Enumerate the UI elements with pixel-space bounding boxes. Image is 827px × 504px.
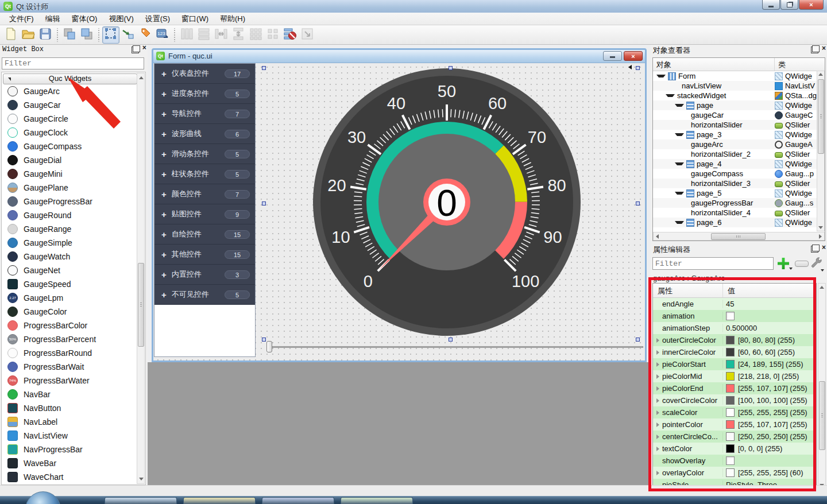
property-row-endAngle[interactable]: endAngle45 [653,298,816,310]
widget-item-progressbarwait[interactable]: ProgressBarWait [3,360,136,374]
nav-item-2[interactable]: +进度条控件5 [154,84,255,104]
expander-icon[interactable] [656,398,659,403]
widget-item-gaugesimple[interactable]: GaugeSimple [3,236,136,250]
minimize-button[interactable] [762,0,780,10]
tree-row-navListView[interactable]: navListViewNavListV [653,81,817,91]
expander-icon[interactable] [656,447,659,451]
property-row-outerCircleColor[interactable]: outerCircleColor[80, 80, 80] (255) [653,334,816,346]
buddy-editor-button[interactable] [137,26,154,44]
menu-item-4[interactable]: 视图(V) [103,13,139,25]
save-form-button[interactable] [37,26,54,44]
selection-handle[interactable] [636,201,640,206]
tree-row-gaugeCompass[interactable]: gaugeCompassGaug...p [653,169,817,179]
scrollbar-thumb[interactable] [818,79,824,154]
raise-widget-button[interactable] [61,26,78,44]
task-button-2[interactable] [183,497,256,504]
layout-grid-button[interactable] [247,26,264,44]
tree-row-page[interactable]: pageQWidge [653,100,817,110]
widget-item-gaugeprogressbar[interactable]: GaugeProgressBar [3,195,136,208]
menu-item-2[interactable]: 编辑 [40,13,66,25]
property-row-showOverlay[interactable]: showOverlay [653,455,816,467]
float-icon[interactable] [812,45,820,52]
tree-row-horizontalSlider_4[interactable]: horizontalSlider_4QSlider [653,208,817,218]
widget-item-navlabel[interactable]: NavLabel [3,415,136,429]
widget-item-gaugeplane[interactable]: GaugePlane [3,181,136,195]
selection-handle[interactable] [636,338,640,342]
tree-row-horizontalSlider_3[interactable]: horizontalSlider_3QSlider [653,179,817,188]
property-row-pointerColor[interactable]: pointerColor[255, 107, 107] (255) [653,418,816,431]
signals-slots-button[interactable] [119,26,137,44]
object-tree-vscrollbar[interactable] [817,71,825,231]
expander-icon[interactable] [675,192,684,195]
tree-row-gaugeProgressBar[interactable]: gaugeProgressBarGaug...s [653,198,817,208]
expander-icon[interactable] [656,422,659,427]
edit-widgets-button[interactable] [102,26,119,44]
property-row-textColor[interactable]: textColor[0, 0, 0] (255) [653,443,816,455]
splitter-horizontal-button[interactable] [212,26,230,44]
splitter-vertical-button[interactable] [230,26,247,44]
nav-item-11[interactable]: +内置控件3 [154,265,255,285]
nav-item-5[interactable]: +滑动条控件5 [154,144,255,164]
widget-item-gaugenet[interactable]: GaugeNet [3,263,136,277]
widget-item-gaugecar[interactable]: GaugeCar [3,98,136,112]
widget-item-progressbarwater[interactable]: 74%ProgressBarWater [3,374,136,387]
property-row-animation[interactable]: animation [653,310,816,322]
expander-icon[interactable] [656,338,659,343]
tab-order-button[interactable]: 123 [154,26,171,44]
widget-item-wavebar[interactable]: WaveBar [3,456,136,470]
horizontal-slider-groove[interactable] [268,346,643,348]
open-form-button[interactable] [20,26,37,44]
widget-item-gaugeround[interactable]: GaugeRound [3,208,136,222]
property-row-pieColorMid[interactable]: pieColorMid[218, 218, 0] (255) [653,370,816,382]
expander-icon[interactable] [675,133,684,136]
tree-row-page_3[interactable]: page_3QWidge [653,130,817,139]
horizontal-slider-handle[interactable] [266,341,272,352]
quc-widgets-header[interactable]: Quc Widgets [3,73,137,84]
tree-row-gaugeArc[interactable]: gaugeArcGaugeA [653,139,817,149]
widget-item-gaugeclock[interactable]: GaugeClock [3,126,136,139]
selection-handle[interactable] [449,338,453,342]
tree-row-horizontalSlider_2[interactable]: horizontalSlider_2QSlider [653,149,817,159]
object-tree-hscrollbar[interactable] [653,232,825,241]
widget-item-wavechart[interactable]: WaveChart [3,470,136,484]
property-row-overlayColor[interactable]: overlayColor[255, 255, 255] (60) [653,467,816,479]
widget-item-gaugecolor[interactable]: GaugeColor [3,305,136,319]
nav-item-8[interactable]: +贴图控件9 [154,204,255,224]
nav-item-7[interactable]: +颜色控件7 [154,184,255,204]
widget-item-gaugelpm[interactable]: 2.27GaugeLpm [3,291,136,305]
layout-vertical-button[interactable] [195,26,212,44]
column-object[interactable]: 对象 [653,58,775,71]
nav-item-1[interactable]: +仪表盘控件17 [154,64,255,84]
expander-icon[interactable] [656,471,659,475]
widget-item-progressbarcolor[interactable]: ProgressBarColor [3,319,136,332]
add-property-button[interactable] [776,256,793,271]
widget-item-gaugecompass[interactable]: GaugeCompass [3,139,136,153]
scrollbar-thumb[interactable] [819,381,825,450]
menu-item-7[interactable]: 帮助(H) [214,13,251,25]
selection-handle[interactable] [262,66,266,70]
layout-horizontal-button[interactable] [178,26,195,44]
column-value[interactable]: 值 [723,284,816,297]
widget-item-progressbarround[interactable]: ProgressBarRound [3,346,136,360]
property-row-centerCircleCo[interactable]: centerCircleCo...[250, 250, 250] (255) [653,431,816,443]
expander-icon[interactable] [656,410,659,415]
lower-widget-button[interactable] [78,26,95,44]
adjust-size-button[interactable] [299,26,316,44]
property-row-animationStep[interactable]: animationStep0.500000 [653,322,816,334]
widget-item-gaugecircle[interactable]: GaugeCircle [3,112,136,126]
menu-item-5[interactable]: 设置(S) [140,13,176,25]
nav-item-9[interactable]: +自绘控件15 [154,224,255,245]
selection-handle[interactable] [636,66,640,70]
property-row-scaleColor[interactable]: scaleColor[255, 255, 255] (255) [653,406,816,418]
nav-item-3[interactable]: +导航控件7 [154,104,255,124]
form-minimize-button[interactable] [603,51,622,61]
expander-icon[interactable] [656,75,666,77]
menu-item-1[interactable]: 文件(F) [3,13,40,25]
layout-form-button[interactable] [264,26,281,44]
form-close-button[interactable]: × [624,51,643,61]
property-table-scrollbar[interactable] [818,283,826,490]
property-filter-input[interactable] [652,257,774,270]
checkbox-unchecked[interactable] [726,312,735,320]
scrollbar-thumb[interactable] [138,263,144,347]
widget-item-navprogressbar[interactable]: NavProgressBar [3,443,136,456]
